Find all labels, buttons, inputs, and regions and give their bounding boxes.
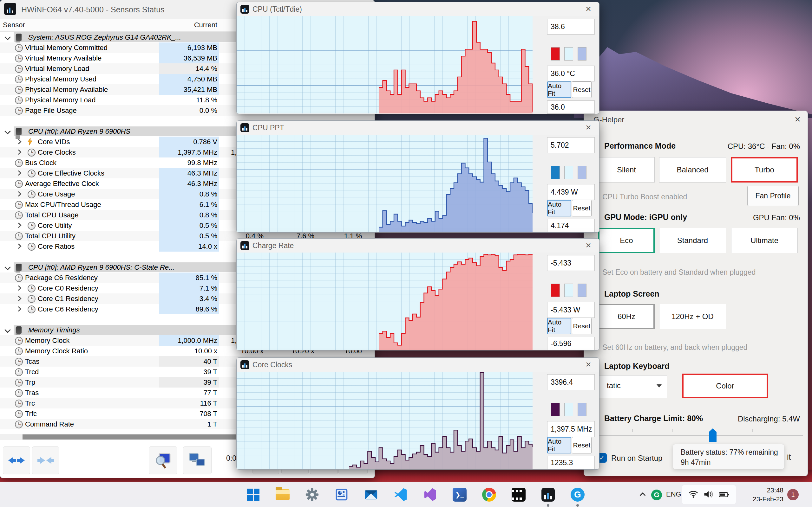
remote-tool-icon xyxy=(512,488,525,502)
series-color-swatch[interactable] xyxy=(551,47,560,60)
tray-date: 23-Feb-23 xyxy=(742,495,783,504)
background-color-swatch[interactable] xyxy=(564,166,573,179)
chevron-right-icon[interactable] xyxy=(16,191,21,197)
graph-current-value: -5.433 W xyxy=(547,302,595,318)
graph-side-panel: -5.433 -5.433 W Auto Fit Reset -6.596 xyxy=(532,252,599,350)
reset-button[interactable]: Reset xyxy=(572,318,592,334)
system-monitor-icon xyxy=(335,488,349,502)
series-color-swatch[interactable] xyxy=(551,284,560,297)
close-icon[interactable]: × xyxy=(583,359,594,370)
graph-min-value: 36.0 xyxy=(547,101,595,114)
graph-window-titlebar[interactable]: CPU PPT × xyxy=(237,121,599,135)
close-icon[interactable]: × xyxy=(583,240,594,250)
sensor-name: Core Clocks xyxy=(38,148,76,157)
language-indicator[interactable]: ENG xyxy=(666,490,681,498)
balanced-mode-button[interactable]: Balanced xyxy=(659,157,726,182)
chevron-right-icon[interactable] xyxy=(16,170,21,176)
fan-profile-button[interactable]: Fan Profile xyxy=(747,186,799,206)
close-icon[interactable]: × xyxy=(795,113,801,125)
taskbar-button-chrome[interactable] xyxy=(480,486,498,504)
background-color-swatch[interactable] xyxy=(564,403,573,416)
system-tray-group[interactable] xyxy=(682,485,736,504)
silent-mode-button[interactable]: Silent xyxy=(598,157,655,182)
remote-monitors-button[interactable] xyxy=(183,447,212,474)
clock[interactable]: 23:48 23-Feb-23 xyxy=(742,486,783,504)
reset-button[interactable]: Reset xyxy=(572,437,592,453)
chevron-right-icon[interactable] xyxy=(16,285,21,291)
taskbar-button-hwinfo[interactable] xyxy=(539,486,557,504)
chevron-down-icon[interactable] xyxy=(4,327,11,333)
series-color-swatch[interactable] xyxy=(551,403,560,416)
chip-icon xyxy=(16,326,21,334)
chevron-right-icon[interactable] xyxy=(16,306,21,312)
column-header-current[interactable]: Current xyxy=(159,21,217,29)
turbo-mode-button[interactable]: Turbo xyxy=(731,157,798,182)
graph-window-titlebar[interactable]: Charge Rate × xyxy=(237,239,599,252)
keyboard-color-button[interactable]: Color xyxy=(682,374,768,398)
grid-color-swatch[interactable] xyxy=(577,403,587,416)
background-color-swatch[interactable] xyxy=(564,47,573,60)
quit-button-fragment[interactable]: it xyxy=(787,452,791,462)
collapse-columns-button[interactable] xyxy=(32,447,59,474)
clock-icon xyxy=(28,285,36,292)
eco-gpu-button[interactable]: Eco xyxy=(598,228,655,253)
screen-magnifier-button[interactable] xyxy=(149,447,177,474)
sensor-current-value: 116 T xyxy=(159,398,219,408)
taskbar-button-visual-studio[interactable] xyxy=(421,486,439,504)
ultimate-gpu-button[interactable]: Ultimate xyxy=(731,228,798,253)
visual-studio-icon xyxy=(423,488,437,502)
taskbar-button-vscode[interactable] xyxy=(392,486,409,504)
chevron-down-icon[interactable] xyxy=(4,34,11,40)
auto-fit-button[interactable]: Auto Fit xyxy=(547,81,571,98)
graph-min-value: 1235.3 xyxy=(547,456,595,469)
mail-icon xyxy=(364,488,378,502)
grid-color-swatch[interactable] xyxy=(577,47,587,60)
auto-fit-button[interactable]: Auto Fit xyxy=(547,318,571,334)
refresh-120hz-button[interactable]: 120Hz + OD xyxy=(659,304,726,329)
refresh-60hz-button[interactable]: 60Hz xyxy=(598,304,655,329)
slider-handle[interactable] xyxy=(709,429,716,442)
graph-window-titlebar[interactable]: CPU (Tctl/Tdie) × xyxy=(237,2,599,16)
chevron-down-icon[interactable] xyxy=(4,128,11,134)
auto-fit-button[interactable]: Auto Fit xyxy=(547,200,571,216)
chevron-right-icon[interactable] xyxy=(16,296,21,301)
background-color-swatch[interactable] xyxy=(564,284,573,297)
graph-window-titlebar[interactable]: Core Clocks × xyxy=(237,358,599,372)
taskbar-button-remote-tool[interactable] xyxy=(510,486,527,504)
chevron-right-icon[interactable] xyxy=(16,139,21,145)
sensor-current-value: 1,000.0 MHz xyxy=(159,335,219,346)
tray-chevron-up-icon[interactable] xyxy=(639,492,646,498)
chevron-down-icon[interactable] xyxy=(4,264,11,270)
column-header-sensor[interactable]: Sensor xyxy=(3,21,25,29)
taskbar-button-g-helper[interactable]: G xyxy=(569,486,587,504)
keyboard-mode-dropdown[interactable]: tatic xyxy=(589,375,667,398)
taskbar-button-start[interactable] xyxy=(244,486,262,504)
tray-g-badge[interactable]: G xyxy=(651,490,662,500)
taskbar-button-system-monitor[interactable] xyxy=(333,486,351,504)
close-icon[interactable]: × xyxy=(583,122,594,133)
taskbar-button-terminal[interactable]: ❯_ xyxy=(451,486,468,504)
graph-window-title: Charge Rate xyxy=(252,241,294,250)
grid-color-swatch[interactable] xyxy=(577,166,587,179)
grid-color-swatch[interactable] xyxy=(577,284,587,297)
standard-gpu-button[interactable]: Standard xyxy=(659,228,726,253)
sensor-name: Physical Memory Load xyxy=(25,96,96,104)
chevron-right-icon[interactable] xyxy=(16,244,21,249)
taskbar-button-file-explorer[interactable] xyxy=(274,486,292,504)
taskbar-button-mail[interactable] xyxy=(362,486,380,504)
expand-columns-button[interactable] xyxy=(3,447,30,474)
battery-limit-slider[interactable] xyxy=(592,435,803,436)
series-color-swatch[interactable] xyxy=(551,166,560,179)
sensor-current-value: 14.0 x xyxy=(159,241,219,251)
chevron-right-icon[interactable] xyxy=(16,223,21,228)
chip-icon xyxy=(16,128,21,135)
reset-button[interactable]: Reset xyxy=(572,81,592,98)
chevron-right-icon[interactable] xyxy=(16,150,21,155)
sensor-current-value: 36,539 MB xyxy=(159,53,219,63)
notification-badge[interactable]: 1 xyxy=(787,489,799,500)
reset-button[interactable]: Reset xyxy=(572,200,592,216)
auto-fit-button[interactable]: Auto Fit xyxy=(547,437,571,453)
close-icon[interactable]: × xyxy=(583,3,594,14)
graph-current-value: 1,397.5 MHz xyxy=(547,421,595,437)
taskbar-button-settings[interactable] xyxy=(303,486,321,504)
